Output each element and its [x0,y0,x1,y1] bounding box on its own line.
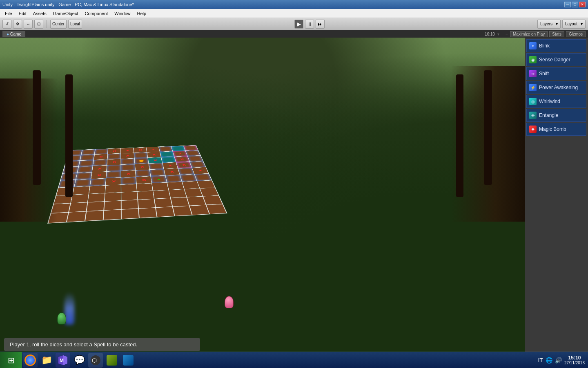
step-button[interactable]: ⏭ [316,20,325,29]
grid-cell[interactable] [149,169,165,176]
grid-cell[interactable] [134,158,149,164]
grid-cell[interactable] [86,202,104,211]
close-button[interactable]: ✕ [579,2,586,7]
grid-cell[interactable] [197,180,215,188]
menu-edit[interactable]: Edit [16,10,30,17]
spell-magic-bomb[interactable]: ✸ Magic Bomb [526,123,586,136]
tool-scale[interactable]: ↔ [24,20,33,29]
grid-cell[interactable] [121,177,136,185]
grid-cell[interactable] [105,185,121,193]
grid-cell[interactable] [152,182,169,191]
gizmos-btn[interactable]: Gizmos [566,31,586,37]
grid-cell[interactable] [105,192,121,201]
grid-cell[interactable] [167,182,184,190]
grid-cell[interactable] [154,198,173,207]
grid-cell[interactable] [121,164,135,171]
grid-cell[interactable]: ✕ [136,176,152,184]
grid-cell[interactable] [121,184,137,193]
spell-blink[interactable]: ✦ Blink [526,39,586,52]
spell-whirlwind[interactable]: ◎ Whirlwind [526,95,586,108]
menu-help[interactable]: Help [134,10,149,17]
grid-cell[interactable] [93,159,107,166]
grid-cell[interactable] [76,172,92,180]
spell-shift[interactable]: ⇒ Shift [526,67,586,80]
menu-component[interactable]: Component [81,10,111,17]
grid-cell[interactable] [206,204,227,214]
grid-cell[interactable]: ✕ [105,177,121,185]
grid-cell[interactable] [187,155,203,162]
grid-cell[interactable] [156,206,175,217]
stats-btn[interactable]: Stats [549,31,564,37]
grid-cell[interactable]: ➤ [151,175,167,183]
minimize-button[interactable]: ─ [564,2,571,7]
grid-cell[interactable]: ✕ [163,162,178,169]
grid-cell[interactable] [69,202,87,212]
menu-assets[interactable]: Assets [30,10,50,17]
layout-dropdown[interactable]: Layout▾ [562,20,586,29]
spell-sense-danger[interactable]: ◉ Sense Danger [526,53,586,66]
grid-cell[interactable] [189,161,206,168]
grid-cell[interactable] [136,183,153,191]
grid-cell[interactable] [149,163,164,169]
grid-cell[interactable] [89,185,105,194]
spell-power-awakening[interactable]: ⚡ Power Awakening [526,81,586,94]
grid-cell[interactable] [203,195,223,205]
taskbar-icon-unity[interactable]: ⬡ [88,353,103,368]
pivot-space-btn[interactable]: Local [68,20,82,29]
grid-cell[interactable] [200,188,218,196]
grid-cell[interactable]: ✕ [148,157,163,163]
grid-cell[interactable] [85,211,104,221]
grid-cell[interactable]: ✕ [92,165,107,172]
network-icon[interactable]: 🌐 [546,357,552,364]
grid-cell[interactable]: ✕ [91,172,107,179]
maximize-on-play-btn[interactable]: Maximize on Play [510,31,548,37]
maximize-button[interactable]: □ [572,2,578,7]
grid-cell[interactable] [104,200,121,210]
grid-cell[interactable] [138,208,157,218]
grid-cell[interactable] [121,191,138,200]
taskbar-icon-app1[interactable] [105,353,119,368]
menu-file[interactable]: File [2,10,16,17]
layers-dropdown[interactable]: Layers▾ [537,20,561,29]
grid-cell[interactable] [138,199,156,209]
grid-cell[interactable] [106,171,121,178]
grid-cell[interactable] [74,179,91,187]
grid-cell[interactable]: ✕ [135,164,149,171]
grid-cell[interactable] [67,211,87,222]
taskbar-icon-vs[interactable]: M [56,353,70,368]
grid-cell[interactable] [103,209,121,220]
spell-entangle[interactable]: ❋ Entangle [526,109,586,122]
taskbar-icon-app2[interactable] [121,353,136,368]
grid-cell[interactable] [153,190,170,199]
grid-cell[interactable]: ✕ [164,168,180,175]
tool-rotate[interactable]: ↺ [2,20,11,29]
grid-cell[interactable] [121,158,135,165]
game-tab[interactable]: ● Game [2,31,25,37]
play-button[interactable]: ▶ [294,20,303,29]
grid-cell[interactable] [72,186,90,195]
taskbar-icon-browser[interactable] [23,353,38,368]
grid-cell[interactable] [178,168,194,175]
taskbar-icon-files[interactable]: 📁 [39,353,54,368]
grid-cell[interactable]: ✕ [121,170,136,177]
grid-cell[interactable]: ✕ [176,162,192,168]
start-button[interactable]: ⊞ [0,352,22,368]
taskbar-icon-chat[interactable]: 💬 [72,353,87,368]
grid-cell[interactable] [77,166,93,173]
grid-cell[interactable] [88,193,105,202]
grid-cell[interactable] [194,173,212,181]
grid-cell[interactable] [121,200,138,209]
grid-cell[interactable]: ✕ [107,159,121,165]
tool-rect[interactable]: ⊡ [34,20,43,29]
grid-cell[interactable] [135,170,150,177]
tool-move[interactable]: ✥ [13,20,22,29]
grid-cell[interactable] [161,157,176,163]
grid-cell[interactable]: ✕ [174,156,189,162]
grid-cell[interactable] [172,206,192,216]
volume-icon[interactable]: 🔊 [555,357,562,364]
grid-cell[interactable] [137,191,154,200]
grid-cell[interactable] [171,197,189,206]
grid-cell[interactable] [165,175,182,183]
grid-cell[interactable] [169,189,187,198]
grid-cell[interactable] [90,178,106,186]
